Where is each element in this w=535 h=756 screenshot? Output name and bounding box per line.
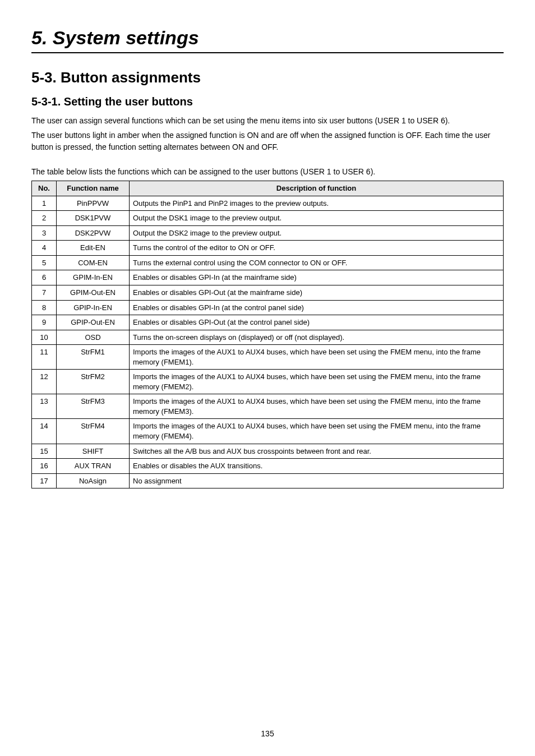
table-row: 17NoAsignNo assignment bbox=[32, 473, 504, 488]
page-number: 135 bbox=[0, 729, 535, 738]
table-row: 15SHIFTSwitches all the A/B bus and AUX … bbox=[32, 444, 504, 459]
cell-no: 15 bbox=[32, 444, 57, 459]
subsection-title: 5-3-1. Setting the user buttons bbox=[31, 95, 504, 108]
cell-fn: Edit-EN bbox=[57, 241, 130, 256]
cell-desc: Enables or disables the AUX transitions. bbox=[130, 459, 504, 474]
table-row: 4Edit-ENTurns the control of the editor … bbox=[32, 241, 504, 256]
paragraph-3: The table below lists the functions whic… bbox=[31, 166, 504, 177]
paragraph-2: The user buttons light in amber when the… bbox=[31, 130, 504, 153]
cell-no: 3 bbox=[32, 225, 57, 241]
cell-desc: Turns the control of the editor to ON or… bbox=[130, 241, 504, 256]
cell-fn: StrFM3 bbox=[57, 394, 130, 419]
cell-desc: Enables or disables GPI-Out (at the main… bbox=[130, 285, 504, 301]
col-desc: Description of function bbox=[130, 181, 504, 196]
cell-fn: PinPPVW bbox=[57, 196, 130, 211]
cell-desc: Imports the images of the AUX1 to AUX4 b… bbox=[130, 370, 504, 394]
cell-no: 8 bbox=[32, 300, 57, 315]
table-row: 10OSDTurns the on-screen displays on (di… bbox=[32, 330, 504, 345]
cell-no: 7 bbox=[32, 285, 57, 301]
cell-fn: GPIM-Out-EN bbox=[57, 285, 130, 301]
page-title: 5. System settings bbox=[31, 27, 504, 53]
col-fn: Function name bbox=[57, 181, 130, 196]
table-row: 13StrFM3Imports the images of the AUX1 t… bbox=[32, 394, 504, 419]
cell-fn: StrFM4 bbox=[57, 419, 130, 444]
table-row: 6GPIM-In-ENEnables or disables GPI-In (a… bbox=[32, 270, 504, 285]
functions-table: No. Function name Description of functio… bbox=[31, 181, 504, 488]
cell-desc: Imports the images of the AUX1 to AUX4 b… bbox=[130, 345, 504, 370]
paragraph-1: The user can assign several functions wh… bbox=[31, 115, 504, 126]
table-row: 12StrFM2Imports the images of the AUX1 t… bbox=[32, 370, 504, 394]
cell-no: 13 bbox=[32, 394, 57, 419]
table-row: 9GPIP-Out-ENEnables or disables GPI-Out … bbox=[32, 315, 504, 330]
table-row: 8GPIP-In-ENEnables or disables GPI-In (a… bbox=[32, 300, 504, 315]
cell-fn: COM-EN bbox=[57, 255, 130, 270]
cell-fn: AUX TRAN bbox=[57, 459, 130, 474]
cell-desc: Turns the on-screen displays on (display… bbox=[130, 330, 504, 345]
cell-fn: StrFM1 bbox=[57, 345, 130, 370]
cell-fn: OSD bbox=[57, 330, 130, 345]
cell-no: 10 bbox=[32, 330, 57, 345]
cell-fn: DSK2PVW bbox=[57, 225, 130, 241]
cell-no: 4 bbox=[32, 241, 57, 256]
cell-desc: Output the DSK1 image to the preview out… bbox=[130, 211, 504, 226]
table-row: 11StrFM1Imports the images of the AUX1 t… bbox=[32, 345, 504, 370]
cell-no: 6 bbox=[32, 270, 57, 285]
table-row: 1PinPPVWOutputs the PinP1 and PinP2 imag… bbox=[32, 196, 504, 211]
table-header-row: No. Function name Description of functio… bbox=[32, 181, 504, 196]
section-title: 5-3. Button assignments bbox=[31, 69, 504, 86]
table-row: 2DSK1PVWOutput the DSK1 image to the pre… bbox=[32, 211, 504, 226]
cell-fn: SHIFT bbox=[57, 444, 130, 459]
cell-desc: Output the DSK2 image to the preview out… bbox=[130, 225, 504, 241]
cell-fn: GPIM-In-EN bbox=[57, 270, 130, 285]
cell-no: 2 bbox=[32, 211, 57, 226]
cell-desc: Turns the external control using the COM… bbox=[130, 255, 504, 270]
table-row: 7GPIM-Out-ENEnables or disables GPI-Out … bbox=[32, 285, 504, 301]
col-no: No. bbox=[32, 181, 57, 196]
cell-desc: Enables or disables GPI-In (at the mainf… bbox=[130, 270, 504, 285]
cell-no: 5 bbox=[32, 255, 57, 270]
cell-fn: GPIP-Out-EN bbox=[57, 315, 130, 330]
cell-fn: DSK1PVW bbox=[57, 211, 130, 226]
cell-no: 12 bbox=[32, 370, 57, 394]
cell-fn: NoAsign bbox=[57, 473, 130, 488]
cell-fn: GPIP-In-EN bbox=[57, 300, 130, 315]
cell-fn: StrFM2 bbox=[57, 370, 130, 394]
cell-no: 1 bbox=[32, 196, 57, 211]
cell-no: 17 bbox=[32, 473, 57, 488]
cell-desc: Outputs the PinP1 and PinP2 images to th… bbox=[130, 196, 504, 211]
cell-desc: No assignment bbox=[130, 473, 504, 488]
cell-desc: Enables or disables GPI-Out (at the cont… bbox=[130, 315, 504, 330]
table-row: 16AUX TRANEnables or disables the AUX tr… bbox=[32, 459, 504, 474]
cell-desc: Enables or disables GPI-In (at the contr… bbox=[130, 300, 504, 315]
cell-desc: Imports the images of the AUX1 to AUX4 b… bbox=[130, 394, 504, 419]
table-row: 5COM-ENTurns the external control using … bbox=[32, 255, 504, 270]
cell-no: 11 bbox=[32, 345, 57, 370]
cell-no: 14 bbox=[32, 419, 57, 444]
cell-no: 9 bbox=[32, 315, 57, 330]
cell-desc: Switches all the A/B bus and AUX bus cro… bbox=[130, 444, 504, 459]
cell-no: 16 bbox=[32, 459, 57, 474]
cell-desc: Imports the images of the AUX1 to AUX4 b… bbox=[130, 419, 504, 444]
table-row: 14StrFM4Imports the images of the AUX1 t… bbox=[32, 419, 504, 444]
table-row: 3DSK2PVWOutput the DSK2 image to the pre… bbox=[32, 225, 504, 241]
